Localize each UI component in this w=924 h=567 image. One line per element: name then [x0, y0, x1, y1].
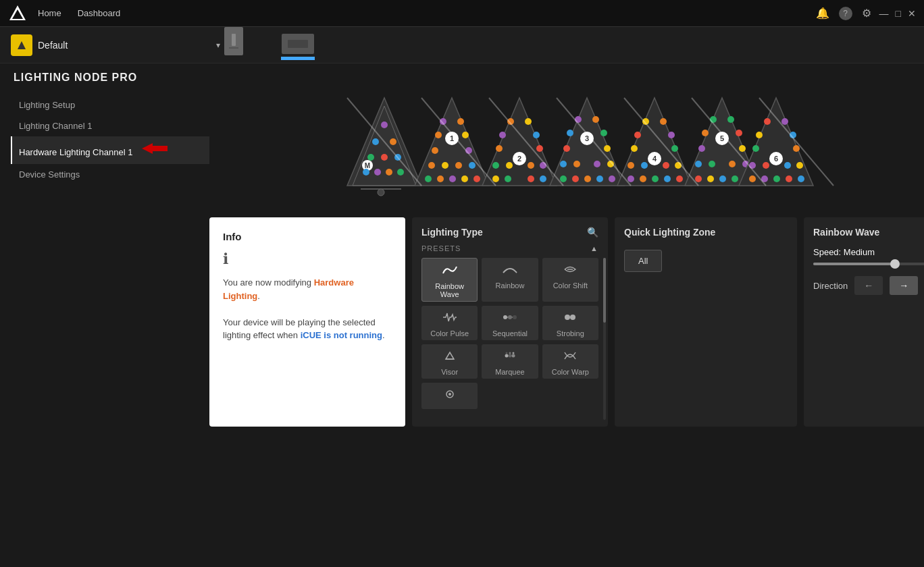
preset-color-pulse[interactable]: Color Pulse [421, 306, 478, 340]
direction-right-button[interactable]: → [890, 276, 918, 295]
preset-color-shift[interactable]: Color Shift [542, 258, 598, 302]
svg-point-50 [492, 176, 499, 182]
profile-name[interactable]: Default [38, 40, 211, 51]
svg-point-134 [378, 189, 384, 196]
svg-text:6: 6 [774, 155, 778, 163]
svg-point-47 [506, 162, 513, 169]
preset-rainbow[interactable]: Rainbow [482, 258, 538, 302]
nav-home[interactable]: Home [38, 8, 61, 18]
lighting-type-scrollbar[interactable] [603, 258, 606, 420]
svg-point-42 [499, 132, 506, 138]
svg-point-16 [374, 169, 381, 176]
preset-extra[interactable] [421, 383, 478, 409]
svg-point-113 [756, 132, 763, 138]
info-line1-before: You are now modifying [223, 277, 314, 288]
svg-point-48 [528, 162, 534, 169]
svg-point-70 [596, 176, 603, 182]
svg-point-125 [798, 176, 804, 182]
sidebar-item-lighting-setup[interactable]: Lighting Setup [11, 94, 209, 115]
svg-marker-72 [617, 98, 692, 186]
preset-sequential-label: Sequential [492, 329, 528, 338]
svg-point-139 [570, 315, 575, 320]
svg-point-32 [425, 176, 432, 182]
window-controls: — □ ✕ [879, 8, 916, 19]
svg-point-81 [627, 162, 634, 169]
preset-visor[interactable]: Visor [421, 344, 478, 379]
help-icon[interactable]: ? [839, 7, 852, 20]
sidebar-item-device-settings[interactable]: Device Settings [11, 164, 209, 185]
preset-strobing-label: Strobing [557, 329, 584, 338]
device-tab-1[interactable] [220, 27, 247, 60]
bell-icon[interactable]: 🔔 [816, 7, 829, 20]
svg-point-79 [631, 145, 638, 152]
svg-point-23 [457, 118, 464, 125]
settings-icon[interactable]: ⚙ [862, 7, 871, 20]
svg-point-111 [764, 118, 771, 125]
all-zone-button[interactable]: All [624, 250, 662, 272]
svg-point-135 [503, 315, 507, 319]
svg-point-143 [508, 354, 511, 358]
bottom-panels: Info ℹ You are now modifying Hardware Li… [209, 211, 924, 427]
svg-point-82 [641, 162, 648, 169]
preset-color-warp[interactable]: Color Warp [542, 344, 598, 379]
svg-point-62 [604, 145, 611, 152]
preset-rainbow-label: Rainbow [496, 281, 525, 290]
topbar: Home Dashboard 🔔 ? ⚙ — □ ✕ [0, 0, 924, 27]
svg-point-138 [565, 315, 570, 320]
sidebar-item-lighting-channel[interactable]: Lighting Channel 1 [11, 115, 209, 136]
direction-left-button[interactable]: ← [854, 276, 883, 295]
minimize-button[interactable]: — [879, 8, 889, 19]
svg-point-93 [710, 116, 717, 123]
preset-sequential[interactable]: Sequential [482, 306, 538, 340]
svg-point-12 [367, 154, 374, 161]
svg-point-123 [773, 176, 780, 182]
nav-dashboard[interactable]: Dashboard [78, 8, 121, 18]
svg-point-121 [749, 176, 756, 182]
svg-point-60 [600, 130, 607, 136]
speed-slider[interactable] [813, 263, 924, 265]
svg-point-9 [381, 122, 388, 128]
quick-lighting-zone-panel: Quick Lighting Zone All [615, 217, 797, 427]
svg-point-30 [455, 162, 462, 169]
presets-label: PRESETS ▲ [421, 244, 598, 252]
svg-point-53 [540, 176, 546, 182]
svg-point-104 [707, 176, 714, 182]
preset-rainbow-wave[interactable]: Rainbow Wave [421, 258, 478, 302]
lighting-type-search-icon[interactable]: 🔍 [587, 227, 598, 238]
svg-point-24 [435, 132, 442, 138]
preset-extra-icon [442, 388, 458, 404]
svg-point-33 [437, 176, 444, 182]
slider-thumb [890, 259, 900, 269]
svg-point-94 [727, 116, 734, 123]
sidebar-item-hardware-lighting[interactable]: Hardware Lighting Channel 1 [11, 136, 209, 164]
device-tab-2[interactable] [281, 34, 315, 60]
preset-strobing[interactable]: Strobing [542, 306, 598, 340]
maximize-button[interactable]: □ [896, 8, 901, 19]
svg-point-68 [572, 176, 579, 182]
svg-point-101 [729, 161, 736, 167]
preset-marquee[interactable]: Marquee [482, 344, 538, 379]
svg-point-98 [739, 145, 746, 152]
preset-color-warp-label: Color Warp [552, 368, 589, 376]
svg-point-85 [627, 176, 634, 182]
svg-point-96 [736, 130, 742, 136]
svg-point-149 [448, 393, 451, 396]
preset-visor-label: Visor [441, 368, 458, 376]
svg-point-100 [709, 161, 715, 167]
svg-point-63 [560, 161, 567, 167]
presets-collapse-icon[interactable]: ▲ [590, 244, 598, 252]
close-button[interactable]: ✕ [908, 8, 916, 19]
rw-speed-value: Medium [844, 247, 875, 257]
svg-point-99 [695, 161, 702, 167]
arrow-annotation [140, 142, 168, 159]
rw-speed: Speed: Medium [813, 247, 924, 257]
svg-point-76 [660, 118, 667, 125]
preset-strobing-icon [562, 311, 578, 327]
svg-point-83 [663, 162, 669, 169]
svg-marker-108 [739, 98, 813, 186]
svg-point-31 [469, 162, 476, 169]
svg-point-46 [492, 162, 499, 169]
preset-color-warp-icon [562, 350, 578, 365]
svg-point-146 [509, 352, 511, 354]
svg-point-89 [676, 176, 683, 182]
